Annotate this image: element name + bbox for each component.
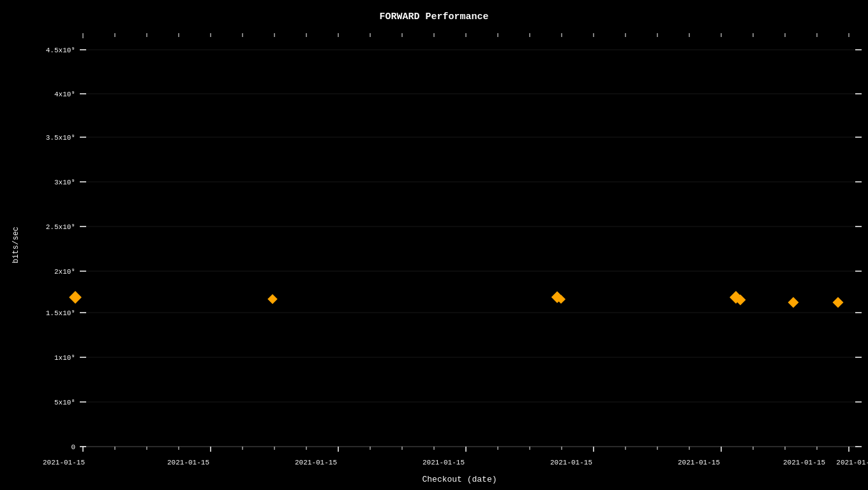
x-label-7: 2021-01-15 (783, 459, 825, 466)
y-tick-5e8: 5x10⁸ (54, 399, 75, 406)
top-ticks (83, 33, 849, 38)
data-point-2 (267, 294, 278, 304)
y-tick-0: 0 (71, 443, 75, 451)
chart-title: FORWARD Performance (379, 11, 488, 22)
y-tick-2: 2x10⁹ (54, 268, 75, 276)
y-tick-3-5: 3.5x10⁹ (46, 134, 75, 142)
chart-container: FORWARD Performance (0, 0, 868, 490)
x-label-5: 2021-01-15 (550, 459, 592, 466)
y-tick-4-5: 4.5x10⁹ (46, 47, 75, 54)
x-label-3: 2021-01-15 (295, 459, 337, 466)
y-axis-label: bits/sec (11, 226, 20, 264)
x-label-1: 2021-01-15 (43, 459, 85, 466)
y-tick-4: 4x10⁹ (54, 91, 75, 98)
x-label-2: 2021-01-15 (167, 459, 209, 466)
data-point-6 (833, 297, 844, 308)
x-label-4: 2021-01-15 (423, 459, 465, 466)
y-tick-2-5: 2.5x10⁹ (46, 223, 75, 231)
data-point-5 (788, 297, 799, 308)
x-label-8: 2021-01-1 (836, 459, 868, 466)
x-ticks-bottom (83, 447, 849, 452)
y-tick-1: 1x10⁹ (54, 354, 75, 362)
x-axis-label: Checkout (date) (422, 475, 497, 484)
y-tick-3: 3x10⁹ (54, 179, 75, 186)
chart-svg: FORWARD Performance (0, 0, 868, 490)
data-point-1 (69, 291, 82, 304)
y-tick-1-5: 1.5x10⁹ (46, 309, 75, 317)
x-label-6: 2021-01-15 (678, 459, 720, 466)
